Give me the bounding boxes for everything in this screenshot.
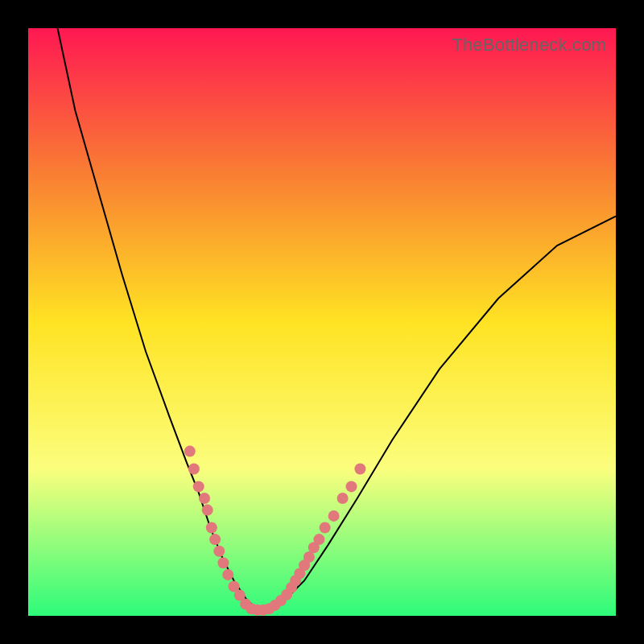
data-dot bbox=[328, 510, 340, 522]
bottleneck-curve bbox=[58, 28, 617, 610]
data-dot bbox=[209, 534, 221, 545]
data-dot bbox=[286, 582, 297, 593]
data-dot bbox=[199, 493, 210, 504]
chart-svg bbox=[28, 28, 616, 616]
data-dot bbox=[202, 505, 213, 516]
data-dot bbox=[290, 575, 301, 586]
chart-frame: TheBottleneck.com bbox=[0, 0, 644, 644]
data-dot bbox=[184, 446, 196, 457]
data-dot bbox=[206, 522, 217, 534]
watermark-text: TheBottleneck.com bbox=[452, 35, 606, 56]
data-dot bbox=[303, 551, 315, 563]
plot-area: TheBottleneck.com bbox=[28, 28, 616, 616]
data-dot bbox=[354, 464, 365, 475]
data-dot bbox=[213, 546, 225, 557]
dots-group bbox=[184, 446, 366, 616]
data-dot bbox=[346, 481, 357, 492]
data-dot bbox=[217, 557, 229, 568]
data-dot bbox=[294, 568, 305, 579]
data-dot bbox=[234, 590, 246, 601]
data-dot bbox=[240, 598, 251, 609]
data-dot bbox=[308, 542, 320, 553]
data-dot bbox=[222, 569, 233, 580]
data-dot bbox=[313, 534, 324, 545]
data-dot bbox=[252, 605, 263, 616]
data-dot bbox=[320, 522, 331, 534]
data-dot bbox=[270, 600, 281, 611]
data-dot bbox=[281, 589, 292, 601]
data-dot bbox=[229, 581, 240, 592]
data-dot bbox=[246, 603, 257, 614]
data-dot bbox=[263, 603, 275, 614]
data-dot bbox=[275, 595, 287, 606]
data-dot bbox=[299, 559, 310, 571]
data-dot bbox=[258, 605, 269, 616]
data-dot bbox=[337, 493, 349, 504]
data-dot bbox=[193, 481, 204, 492]
data-dot bbox=[188, 464, 200, 475]
